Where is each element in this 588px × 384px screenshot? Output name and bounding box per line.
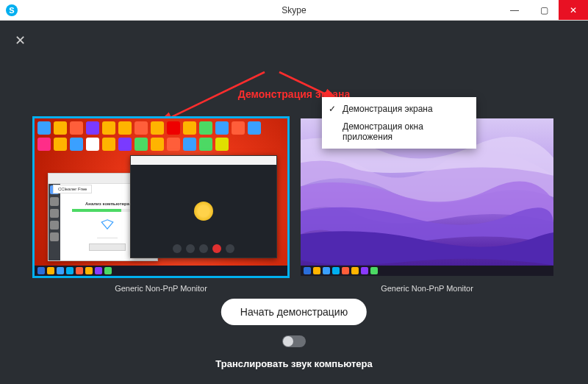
taskbar-icon (57, 267, 64, 274)
taskbar-icon (304, 267, 311, 274)
desktop-icon (215, 138, 229, 151)
desktop-icon (199, 138, 212, 151)
minimize-button[interactable]: — (500, 0, 529, 20)
desktop-icon (232, 121, 245, 135)
desktop-icon (54, 138, 67, 151)
monitor-caption-1: Generic Non-PnP Monitor (115, 284, 207, 293)
taskbar-icon (342, 267, 349, 274)
desktop-icon (215, 121, 229, 135)
desktop-icon (70, 121, 83, 135)
desktop-icon (118, 138, 132, 151)
desktop-icon (86, 138, 99, 151)
taskbar-icon (85, 267, 93, 274)
taskbar-icon (332, 267, 340, 274)
taskbar-icon (104, 267, 112, 274)
taskbar-icon (47, 267, 54, 274)
start-sharing-button[interactable]: Начать демонстрацию (221, 299, 367, 325)
desktop-icon (183, 121, 196, 135)
taskbar-icon (323, 267, 330, 274)
desktop-icon (167, 138, 180, 151)
desktop-icon (167, 121, 180, 135)
desktop-icon (135, 121, 148, 135)
window-close-button[interactable]: ✕ (559, 0, 588, 20)
taskbar-icon (95, 267, 102, 274)
taskbar-icon (66, 267, 74, 274)
desktop-icon (248, 121, 261, 135)
skype-logo-icon: S (6, 4, 18, 16)
desktop-icon (102, 121, 115, 135)
taskbar-icon (313, 267, 320, 274)
desktop-icon (102, 138, 115, 151)
monitor-preview-1[interactable]: CCleaner Free Анализ компьютера ——————— (32, 116, 290, 278)
desktop-icon (37, 121, 51, 135)
taskbar-icon (37, 267, 45, 274)
screen-share-dialog: ✕ Демонстрация экрана Демонстрация экран… (0, 21, 588, 384)
desktop-icon (135, 138, 148, 151)
share-mode-dropdown[interactable]: Демонстрация экрана Демонстрация окна пр… (322, 97, 476, 149)
audio-toggle[interactable] (282, 335, 306, 347)
desktop-icon (118, 121, 132, 135)
desktop-icon (183, 138, 196, 151)
taskbar-icon (76, 267, 83, 274)
desktop-icon (54, 121, 67, 135)
desktop-icon (86, 121, 99, 135)
window-titlebar: S Skype — ▢ ✕ (0, 0, 588, 21)
monitor-tile-1[interactable]: CCleaner Free Анализ компьютера ——————— (32, 116, 290, 293)
desktop-icon (151, 138, 164, 151)
desktop-icon (199, 121, 212, 135)
desktop-icon (70, 138, 83, 151)
window-title: Skype (282, 5, 306, 15)
taskbar-icon (361, 267, 368, 274)
desktop-preview-1: CCleaner Free Анализ компьютера ——————— (35, 118, 287, 276)
avatar-icon (194, 202, 213, 221)
dropdown-item-app-window[interactable]: Демонстрация окна приложения (322, 118, 476, 146)
taskbar-icon (351, 267, 359, 274)
taskbar-icon (370, 267, 378, 274)
monitor-caption-2: Generic Non-PnP Monitor (381, 284, 473, 293)
desktop-icon (37, 138, 51, 151)
maximize-button[interactable]: ▢ (529, 0, 559, 20)
audio-toggle-label: Транслировать звук компьютера (215, 358, 372, 369)
window-controls: — ▢ ✕ (500, 0, 588, 20)
desktop-icon (151, 121, 164, 135)
monitor-list: CCleaner Free Анализ компьютера ——————— (0, 116, 588, 293)
skype-call-window (130, 155, 277, 258)
close-icon[interactable]: ✕ (15, 32, 26, 49)
dropdown-item-screen[interactable]: Демонстрация экрана (322, 100, 476, 118)
